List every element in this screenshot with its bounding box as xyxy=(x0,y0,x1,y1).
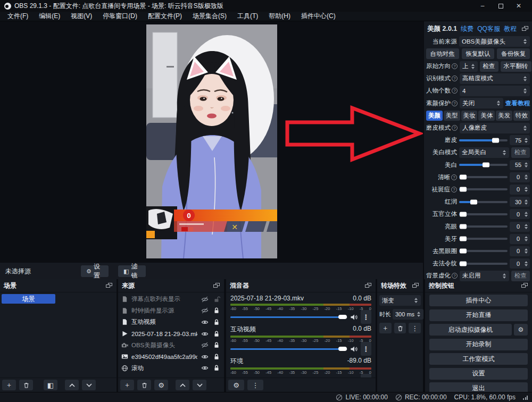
blemish-removal-slider[interactable] xyxy=(459,188,508,190)
menu-help[interactable]: 帮助(H) xyxy=(263,12,296,21)
maximize-button[interactable] xyxy=(492,1,510,11)
bare-face-protect-select[interactable]: 关闭 xyxy=(460,98,503,108)
popout-icon[interactable] xyxy=(213,283,220,289)
tutorial-link[interactable]: 教程 xyxy=(504,24,517,34)
whitening-value-spinbox[interactable]: 55 xyxy=(510,160,530,170)
source-row[interactable]: 时钟插件显示源 xyxy=(118,305,224,317)
source-row[interactable]: e394502df49aa5fc2a99cd2e7c xyxy=(118,351,224,363)
scene-down-button[interactable] xyxy=(82,380,96,390)
help-icon[interactable]: ? xyxy=(452,63,458,69)
scene-item-selected[interactable]: 场景 xyxy=(2,294,55,304)
menu-tools[interactable]: 工具(T) xyxy=(232,12,263,21)
spinner-arrows-icon[interactable] xyxy=(524,138,528,143)
eye-off-icon[interactable] xyxy=(201,307,209,314)
eye-off-icon[interactable] xyxy=(201,341,209,349)
source-row[interactable]: 互动视频 xyxy=(118,316,224,328)
help-icon[interactable]: ? xyxy=(452,273,458,279)
smooth-slider[interactable] xyxy=(459,139,508,141)
popout-icon[interactable] xyxy=(106,283,113,289)
lock-icon[interactable] xyxy=(212,330,221,338)
teeth-whitening-slider[interactable] xyxy=(459,238,508,240)
scene-filters-button[interactable]: ◧ xyxy=(44,380,57,390)
spinner-arrows-icon[interactable] xyxy=(524,199,528,205)
start-recording-button[interactable]: 开始录制 xyxy=(429,339,528,350)
rosy-value-spinbox[interactable]: 30 xyxy=(510,197,530,207)
person-count-spinbox[interactable]: 4 xyxy=(460,86,530,96)
minimize-button[interactable]: – xyxy=(473,1,492,11)
speaker-icon[interactable] xyxy=(350,378,358,378)
help-icon[interactable]: ? xyxy=(452,88,458,94)
spinner-arrows-icon[interactable] xyxy=(524,187,528,192)
bg-blur-check-button[interactable]: 检查 xyxy=(511,271,530,281)
renew-link[interactable]: 续费 xyxy=(461,24,473,34)
menu-file[interactable]: 文件(F) xyxy=(2,12,34,21)
close-button[interactable]: ✕ xyxy=(510,1,528,11)
transition-select[interactable]: 渐变 xyxy=(379,295,421,306)
spinner-arrows-icon[interactable] xyxy=(524,174,528,180)
eye-icon[interactable] xyxy=(201,353,209,361)
source-row[interactable]: 滚动 xyxy=(118,363,224,374)
menu-plugin-center[interactable]: 插件中心(C) xyxy=(296,12,341,21)
menu-docks[interactable]: 停靠窗口(D) xyxy=(97,12,143,21)
help-icon[interactable]: ? xyxy=(452,125,458,131)
lock-icon[interactable] xyxy=(212,341,221,349)
clarity-slider[interactable] xyxy=(459,176,508,178)
spinner-arrows-icon[interactable] xyxy=(523,88,527,94)
source-row[interactable]: 2025-07-18 21-29-03.mkv xyxy=(118,328,224,340)
spinner-arrows-icon[interactable] xyxy=(417,312,421,317)
blemish-value-spinbox[interactable]: 0 xyxy=(510,185,530,195)
studio-mode-button[interactable]: 工作室模式 xyxy=(429,353,528,365)
menu-scene-collection[interactable]: 场景集合(S) xyxy=(187,12,232,21)
eye-off-icon[interactable] xyxy=(201,296,209,303)
settings-button[interactable]: 设置 xyxy=(429,368,528,380)
remove-scene-button[interactable] xyxy=(19,380,33,390)
start-streaming-button[interactable]: 开始直播 xyxy=(429,309,528,321)
spinner-arrows-icon[interactable] xyxy=(524,236,528,241)
preview-canvas[interactable]: 0 ✕ xyxy=(0,21,423,262)
view-tutorial-link[interactable]: 查看教程 xyxy=(505,99,530,107)
channel-menu-button[interactable]: ⋮ xyxy=(361,342,371,356)
add-scene-button[interactable]: ＋ xyxy=(2,380,16,390)
menu-profile[interactable]: 配置文件(P) xyxy=(143,12,187,21)
tab-effects[interactable]: 特效 xyxy=(513,111,530,121)
remove-source-button[interactable] xyxy=(137,380,151,390)
menu-edit[interactable]: 编辑(E) xyxy=(34,12,65,21)
duration-spinbox[interactable]: 300 ms xyxy=(393,309,423,320)
tab-body[interactable]: 美体 xyxy=(478,111,495,121)
channel-menu-button[interactable]: ⋮ xyxy=(361,374,371,378)
start-virtual-camera-button[interactable]: 启动虚拟摄像机 xyxy=(429,324,512,336)
lock-icon[interactable] xyxy=(212,353,221,361)
white-mode-check-button[interactable]: 检查 xyxy=(511,147,530,158)
eye-icon[interactable] xyxy=(201,364,209,372)
nasolabial-value-spinbox[interactable]: 0 xyxy=(510,258,530,269)
volume-slider[interactable] xyxy=(230,316,347,318)
source-up-button[interactable] xyxy=(176,380,189,390)
source-row[interactable]: OBS美颜摄像头 xyxy=(118,339,224,351)
webcam-preview[interactable]: 0 ✕ xyxy=(146,24,277,258)
scene-up-button[interactable] xyxy=(65,380,79,390)
nasolabial-slider[interactable] xyxy=(459,263,508,265)
orientation-select[interactable]: 上 xyxy=(460,61,478,72)
tab-makeup[interactable]: 美妆 xyxy=(461,111,478,121)
lock-icon[interactable] xyxy=(212,319,221,326)
menu-view[interactable]: 视图(V) xyxy=(65,12,97,21)
tab-face-shape[interactable]: 美型 xyxy=(444,111,460,121)
bright-eyes-value-spinbox[interactable]: 0 xyxy=(510,222,530,232)
clarity-value-spinbox[interactable]: 0 xyxy=(510,172,530,182)
help-icon[interactable]: ? xyxy=(452,76,458,81)
detect-mode-select[interactable]: 高精度模式 xyxy=(460,73,530,84)
volume-slider[interactable] xyxy=(230,348,347,350)
dark-circles-slider[interactable] xyxy=(459,250,508,252)
white-mode-select[interactable]: 全局美白 xyxy=(459,147,509,158)
popout-icon[interactable] xyxy=(522,26,529,32)
autofocus-button[interactable]: 自动对焦 xyxy=(426,48,459,59)
spinner-arrows-icon[interactable] xyxy=(524,248,528,254)
dark-circles-value-spinbox[interactable]: 0 xyxy=(510,246,530,256)
lock-open-icon[interactable] xyxy=(212,296,221,303)
smooth-value-spinbox[interactable]: 75 xyxy=(510,135,530,145)
source-row[interactable]: 弹幕点歌列表显示 xyxy=(118,294,224,305)
restore-defaults-button[interactable]: 恢复默认 xyxy=(462,48,495,59)
help-icon[interactable]: ? xyxy=(451,174,457,180)
qq-support-link[interactable]: QQ客服 xyxy=(477,24,500,34)
popout-icon[interactable] xyxy=(412,283,419,289)
